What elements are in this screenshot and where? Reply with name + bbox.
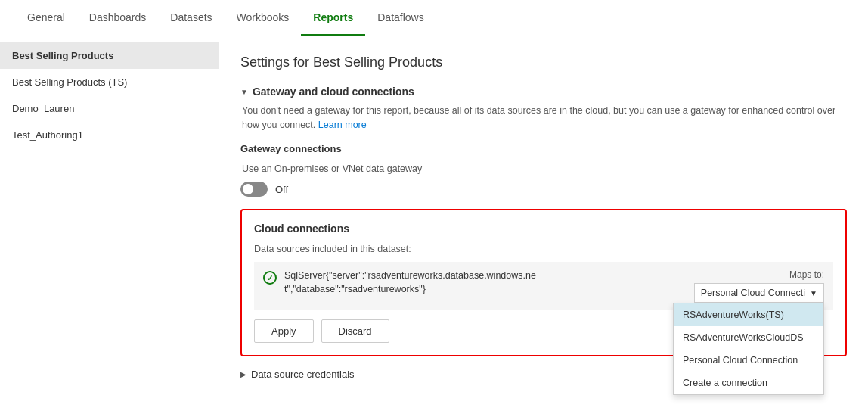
ds-maps-section: Maps to: Personal Cloud Connecti ▼ RSAdv… bbox=[688, 269, 824, 303]
nav-dashboards[interactable]: Dashboards bbox=[77, 1, 159, 36]
nav-dataflows[interactable]: Dataflows bbox=[365, 1, 436, 36]
gateway-description: You don't need a gateway for this report… bbox=[240, 104, 847, 132]
gateway-header[interactable]: ▼ Gateway and cloud connections bbox=[240, 86, 847, 98]
learn-more-link[interactable]: Learn more bbox=[318, 120, 367, 130]
page-title: Settings for Best Selling Products bbox=[240, 54, 847, 70]
toggle-control-row: Off bbox=[240, 182, 847, 197]
gateway-toggle[interactable] bbox=[240, 182, 268, 197]
maps-to-dropdown[interactable]: Personal Cloud Connecti ▼ bbox=[694, 283, 824, 303]
dropdown-item-rsadventureworks-cloud[interactable]: RSAdventureWorksCloudDS bbox=[674, 326, 823, 349]
ds-info: SqlServer{"server":"rsadventureworks.dat… bbox=[284, 269, 680, 296]
nav-datasets[interactable]: Datasets bbox=[158, 1, 224, 36]
chevron-down-icon: ▼ bbox=[810, 289, 817, 297]
sidebar-item-demo-lauren[interactable]: Demo_Lauren bbox=[0, 95, 219, 122]
data-source-row: SqlServer{"server":"rsadventureworks.dat… bbox=[254, 262, 833, 310]
sidebar-item-best-selling[interactable]: Best Selling Products bbox=[0, 42, 219, 69]
nav-reports[interactable]: Reports bbox=[301, 1, 365, 36]
triangle-icon: ▼ bbox=[240, 88, 248, 96]
dropdown-item-personal-cloud[interactable]: Personal Cloud Connection bbox=[674, 349, 823, 372]
toggle-description: Use an On-premises or VNet data gateway bbox=[240, 162, 422, 176]
credentials-label: Data source credentials bbox=[251, 369, 355, 380]
dropdown-item-create-connection[interactable]: Create a connection bbox=[674, 372, 823, 394]
cloud-connections-title: Cloud connections bbox=[254, 223, 833, 235]
triangle-right-icon: ▶ bbox=[240, 370, 246, 378]
gateway-section: ▼ Gateway and cloud connections You don'… bbox=[240, 86, 847, 197]
nav-general[interactable]: General bbox=[15, 1, 77, 36]
top-nav: General Dashboards Datasets Workbooks Re… bbox=[0, 0, 868, 36]
content-area: Settings for Best Selling Products ▼ Gat… bbox=[219, 36, 868, 417]
sidebar-item-test-authoring[interactable]: Test_Authoring1 bbox=[0, 122, 219, 148]
gateway-connections-label: Gateway connections bbox=[240, 143, 847, 154]
nav-workbooks[interactable]: Workbooks bbox=[225, 1, 302, 36]
sidebar: Best Selling Products Best Selling Produ… bbox=[0, 36, 219, 417]
apply-button[interactable]: Apply bbox=[254, 319, 314, 343]
sidebar-item-best-selling-ts[interactable]: Best Selling Products (TS) bbox=[0, 69, 219, 95]
ds-name-line1: SqlServer{"server":"rsadventureworks.dat… bbox=[284, 269, 680, 283]
discard-button[interactable]: Discard bbox=[321, 319, 389, 343]
data-sources-label: Data sources included in this dataset: bbox=[254, 244, 833, 254]
ds-name-line2: t","database":"rsadventureworks"} bbox=[284, 283, 680, 297]
cloud-connections-box: Cloud connections Data sources included … bbox=[240, 209, 847, 356]
toggle-row: Use an On-premises or VNet data gateway bbox=[240, 162, 847, 176]
ds-check-icon bbox=[263, 271, 277, 285]
maps-to-label: Maps to: bbox=[789, 269, 824, 280]
toggle-knob bbox=[243, 184, 253, 194]
toggle-state-label: Off bbox=[275, 184, 288, 195]
dropdown-item-rsadventureworks-ts[interactable]: RSAdventureWorks(TS) bbox=[674, 303, 823, 326]
dropdown-menu: RSAdventureWorks(TS) RSAdventureWorksClo… bbox=[673, 303, 824, 395]
selected-option-label: Personal Cloud Connecti bbox=[701, 288, 805, 298]
main-layout: Best Selling Products Best Selling Produ… bbox=[0, 36, 868, 417]
